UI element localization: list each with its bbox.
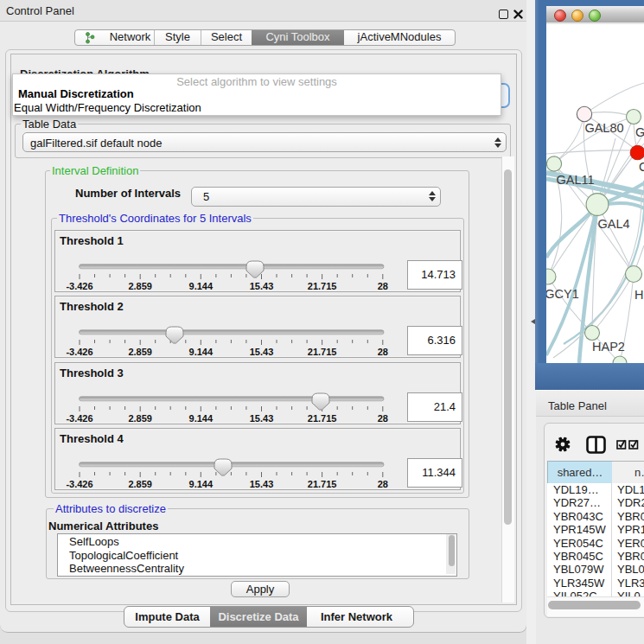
svg-text:GCY1: GCY1 [546,287,579,301]
svg-text:9.144: 9.144 [189,347,214,357]
svg-text:28: 28 [378,347,388,357]
svg-text:GAL11: GAL11 [557,173,595,187]
svg-text:9.144: 9.144 [189,281,214,291]
svg-text:H: H [634,288,643,302]
svg-text:15.43: 15.43 [250,479,274,489]
svg-text:28: 28 [378,281,388,291]
svg-text:-3.426: -3.426 [66,479,92,489]
svg-text:-3.426: -3.426 [66,412,92,423]
svg-text:15.43: 15.43 [250,281,274,291]
svg-text:9.144: 9.144 [189,412,214,423]
svg-text:2.859: 2.859 [128,281,152,291]
svg-text:-3.426: -3.426 [66,281,92,291]
svg-text:GA: GA [635,125,644,139]
svg-text:21.715: 21.715 [308,347,337,357]
svg-text:C: C [639,160,644,174]
svg-text:GAL4: GAL4 [597,217,629,231]
svg-text:21.715: 21.715 [308,479,337,489]
svg-text:2.859: 2.859 [128,479,152,489]
svg-text:GAL80: GAL80 [584,121,623,135]
svg-text:2.859: 2.859 [128,347,152,357]
svg-text:15.43: 15.43 [250,412,274,423]
svg-text:21.715: 21.715 [308,412,337,423]
svg-text:HAP2: HAP2 [592,340,625,354]
svg-text:28: 28 [378,479,388,489]
svg-text:-3.426: -3.426 [66,347,92,357]
svg-text:9.144: 9.144 [189,479,214,489]
svg-text:15.43: 15.43 [250,347,274,357]
svg-text:21.715: 21.715 [308,281,337,291]
svg-text:28: 28 [378,412,388,423]
svg-text:2.859: 2.859 [128,412,152,423]
